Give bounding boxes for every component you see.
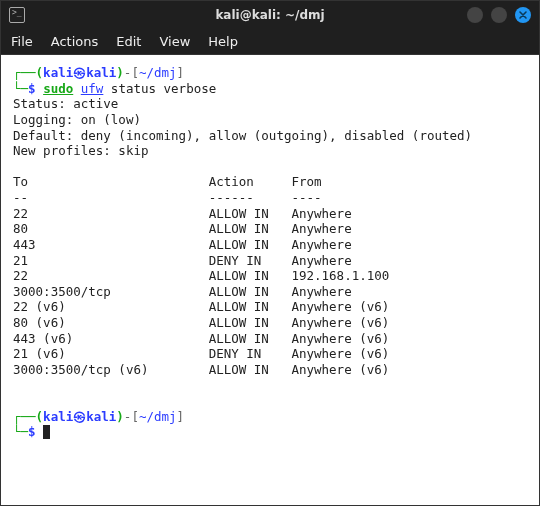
rules-header-underline: -- ------ ----	[13, 190, 527, 206]
cmd-sudo: sudo	[43, 81, 73, 96]
terminal-area[interactable]: ┌──(kali㉿kali)-[~/dmj]└─$ sudo ufw statu…	[1, 55, 539, 505]
rule-row: 80 (v6) ALLOW IN Anywhere (v6)	[13, 315, 527, 331]
terminal-app-icon: >_	[9, 7, 25, 23]
menu-file[interactable]: File	[11, 34, 33, 49]
rule-row: 22 ALLOW IN Anywhere	[13, 206, 527, 222]
cmd-args: status verbose	[103, 81, 216, 96]
menubar: File Actions Edit View Help	[1, 29, 539, 55]
titlebar: >_ kali@kali: ~/dmj	[1, 1, 539, 29]
minimize-button[interactable]	[467, 7, 483, 23]
rule-row: 3000:3500/tcp ALLOW IN Anywhere	[13, 284, 527, 300]
output-defaults: Default: deny (incoming), allow (outgoin…	[13, 128, 527, 144]
cursor	[43, 425, 50, 439]
rule-row: 3000:3500/tcp (v6) ALLOW IN Anywhere (v6…	[13, 362, 527, 378]
rule-row: 80 ALLOW IN Anywhere	[13, 221, 527, 237]
output-blank-3	[13, 393, 527, 409]
output-status: Status: active	[13, 96, 527, 112]
rule-row: 22 (v6) ALLOW IN Anywhere (v6)	[13, 299, 527, 315]
prompt-line-2: └─$ sudo ufw status verbose	[13, 81, 527, 97]
menu-help[interactable]: Help	[208, 34, 238, 49]
rule-row: 443 (v6) ALLOW IN Anywhere (v6)	[13, 331, 527, 347]
output-logging: Logging: on (low)	[13, 112, 527, 128]
close-button[interactable]	[515, 7, 531, 23]
rules-header: To Action From	[13, 174, 527, 190]
cmd-ufw: ufw	[81, 81, 104, 96]
menu-actions[interactable]: Actions	[51, 34, 99, 49]
maximize-button[interactable]	[491, 7, 507, 23]
window-controls	[467, 7, 531, 23]
rule-row: 21 (v6) DENY IN Anywhere (v6)	[13, 346, 527, 362]
prompt-line-1: ┌──(kali㉿kali)-[~/dmj]	[13, 409, 527, 425]
menu-edit[interactable]: Edit	[116, 34, 141, 49]
menu-view[interactable]: View	[159, 34, 190, 49]
prompt-line-2: └─$	[13, 424, 527, 440]
output-newprofiles: New profiles: skip	[13, 143, 527, 159]
rule-row: 21 DENY IN Anywhere	[13, 253, 527, 269]
window-title: kali@kali: ~/dmj	[215, 8, 324, 22]
output-blank-2	[13, 378, 527, 394]
rule-row: 443 ALLOW IN Anywhere	[13, 237, 527, 253]
rule-row: 22 ALLOW IN 192.168.1.100	[13, 268, 527, 284]
close-icon	[518, 10, 528, 20]
prompt-line-1: ┌──(kali㉿kali)-[~/dmj]	[13, 65, 527, 81]
output-blank	[13, 159, 527, 175]
